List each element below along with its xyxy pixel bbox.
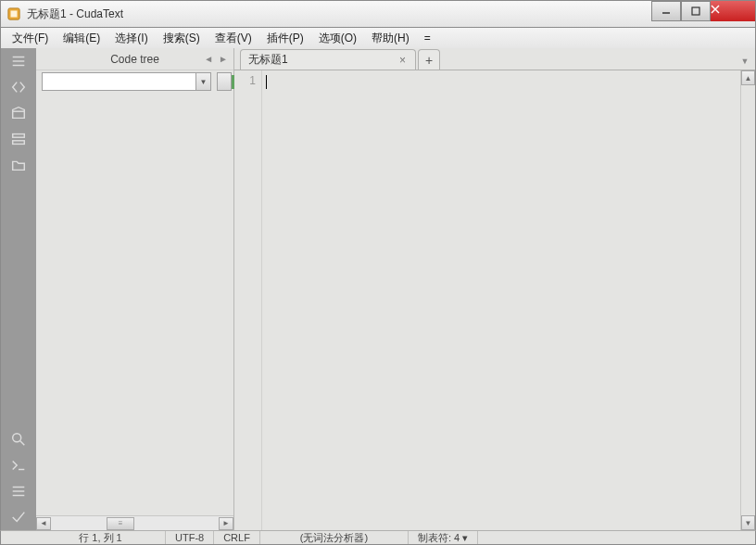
tree-hscrollbar[interactable]: ◄ ≡ ►: [36, 515, 233, 530]
svg-rect-3: [692, 7, 699, 15]
status-lexer[interactable]: (无词法分析器): [260, 531, 409, 544]
close-button[interactable]: [711, 1, 755, 21]
text-caret: [266, 75, 267, 89]
tabsize-more-icon[interactable]: ▾: [462, 532, 468, 544]
menu-options[interactable]: 选项(O): [311, 29, 364, 48]
maximize-button[interactable]: [681, 1, 711, 21]
tree-nav-prev-icon[interactable]: ◄: [202, 54, 215, 64]
project-icon[interactable]: [1, 100, 36, 126]
menubar: 文件(F) 编辑(E) 选择(I) 搜索(S) 查看(V) 插件(P) 选项(O…: [0, 28, 756, 48]
search-icon[interactable]: [1, 426, 36, 452]
tabs-row: 无标题1 × + ▼: [234, 48, 755, 70]
console-icon[interactable]: [1, 452, 36, 478]
svg-rect-1: [11, 11, 18, 18]
status-encoding[interactable]: UTF-8: [166, 531, 214, 544]
tabsize-label: 制表符:: [418, 531, 451, 545]
menu-equals[interactable]: =: [417, 30, 438, 46]
tab-close-icon[interactable]: ×: [397, 54, 408, 67]
scroll-left-icon[interactable]: ◄: [36, 517, 51, 530]
editor-gutter: 1: [234, 70, 262, 530]
folder-icon[interactable]: [1, 152, 36, 178]
menu-select[interactable]: 选择(I): [107, 29, 155, 48]
titlebar: 无标题1 - CudaText: [0, 0, 756, 28]
editor-panel: 无标题1 × + ▼ 1 ▲ ▼: [234, 48, 755, 530]
menu-edit[interactable]: 编辑(E): [56, 29, 107, 48]
code-tree-panel: Code tree ◄ ► ▼ ◄ ≡ ►: [36, 48, 234, 530]
tree-body[interactable]: [36, 93, 233, 515]
sidebar: [1, 48, 36, 530]
tabsize-value: 4: [454, 532, 460, 543]
tree-title: Code tree: [110, 53, 159, 66]
editor-textarea[interactable]: [262, 70, 740, 530]
validate-icon[interactable]: [1, 504, 36, 530]
editor-body: 1 ▲ ▼: [234, 70, 755, 530]
tree-symbol-select[interactable]: ▼: [42, 72, 211, 91]
status-position[interactable]: 行 1, 列 1: [36, 531, 166, 544]
menu-icon[interactable]: [1, 48, 36, 74]
tab-new-button[interactable]: +: [418, 49, 440, 70]
line-change-marker: [232, 75, 234, 89]
minimize-button[interactable]: [651, 1, 681, 21]
scroll-thumb[interactable]: ≡: [107, 517, 134, 530]
statusbar: 行 1, 列 1 UTF-8 CRLF (无词法分析器) 制表符: 4 ▾: [0, 530, 756, 545]
tree-nav-next-icon[interactable]: ►: [217, 54, 230, 64]
scroll-right-icon[interactable]: ►: [219, 517, 233, 530]
svg-line-13: [20, 441, 25, 446]
menu-search[interactable]: 搜索(S): [156, 29, 208, 48]
scroll-up-icon[interactable]: ▲: [741, 70, 755, 85]
svg-point-12: [13, 434, 21, 442]
code-tree-icon[interactable]: [1, 74, 36, 100]
tab-label: 无标题1: [248, 52, 288, 68]
tab-active[interactable]: 无标题1 ×: [240, 49, 416, 70]
editor-vscrollbar[interactable]: ▲ ▼: [740, 70, 755, 530]
tabs-icon[interactable]: [1, 126, 36, 152]
line-number-1: 1: [249, 74, 256, 87]
tree-sort-button[interactable]: [217, 72, 232, 91]
window-title: 无标题1 - CudaText: [27, 6, 123, 22]
menu-view[interactable]: 查看(V): [208, 29, 259, 48]
output-icon[interactable]: [1, 478, 36, 504]
menu-plugins[interactable]: 插件(P): [259, 29, 311, 48]
app-icon: [6, 6, 21, 21]
tree-header: Code tree ◄ ►: [36, 48, 233, 70]
svg-rect-11: [13, 141, 25, 145]
status-eol[interactable]: CRLF: [214, 531, 260, 544]
vscroll-track[interactable]: [741, 85, 755, 515]
dropdown-arrow-icon[interactable]: ▼: [195, 73, 210, 90]
menu-file[interactable]: 文件(F): [5, 29, 56, 48]
tabs-overflow-icon[interactable]: ▼: [740, 53, 755, 70]
window-controls: [651, 1, 755, 21]
scroll-down-icon[interactable]: ▼: [741, 515, 755, 530]
menu-help[interactable]: 帮助(H): [364, 29, 417, 48]
svg-rect-10: [13, 134, 25, 138]
status-tabsize[interactable]: 制表符: 4 ▾: [409, 531, 478, 544]
